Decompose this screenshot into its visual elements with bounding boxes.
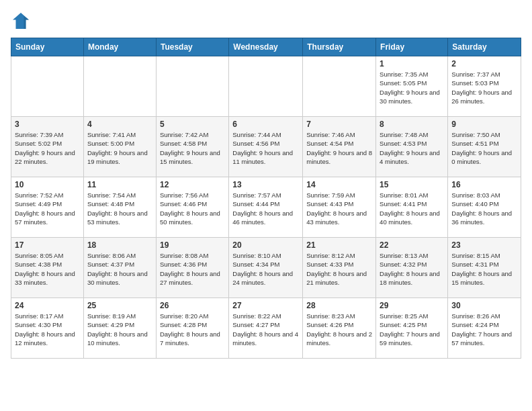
day-number: 25 (87, 301, 152, 310)
day-number: 7 (306, 120, 372, 129)
day-info: Sunrise: 8:19 AM Sunset: 4:29 PM Dayligh… (87, 312, 152, 347)
day-info: Sunrise: 8:25 AM Sunset: 4:25 PM Dayligh… (380, 312, 444, 347)
day-cell: 6Sunrise: 7:44 AM Sunset: 4:56 PM Daylig… (229, 117, 303, 177)
day-cell: 8Sunrise: 7:48 AM Sunset: 4:53 PM Daylig… (376, 117, 448, 177)
day-info: Sunrise: 8:22 AM Sunset: 4:27 PM Dayligh… (232, 312, 299, 347)
day-cell: 18Sunrise: 8:06 AM Sunset: 4:37 PM Dayli… (83, 238, 156, 298)
day-cell: 11Sunrise: 7:54 AM Sunset: 4:48 PM Dayli… (83, 177, 156, 238)
day-number: 11 (87, 180, 152, 189)
day-number: 15 (380, 180, 444, 189)
day-cell: 21Sunrise: 8:12 AM Sunset: 4:33 PM Dayli… (303, 238, 376, 298)
calendar-header-row: SundayMondayTuesdayWednesdayThursdayFrid… (11, 38, 521, 56)
day-info: Sunrise: 8:08 AM Sunset: 4:36 PM Dayligh… (160, 251, 225, 287)
day-info: Sunrise: 7:48 AM Sunset: 4:53 PM Dayligh… (380, 130, 444, 166)
day-cell (303, 56, 376, 117)
day-info: Sunrise: 8:20 AM Sunset: 4:28 PM Dayligh… (160, 312, 225, 347)
day-cell: 22Sunrise: 8:13 AM Sunset: 4:32 PM Dayli… (376, 238, 448, 298)
day-number: 1 (380, 59, 444, 68)
day-info: Sunrise: 8:01 AM Sunset: 4:41 PM Dayligh… (380, 191, 444, 226)
col-header-monday: Monday (83, 38, 156, 56)
day-number: 26 (160, 301, 225, 310)
day-info: Sunrise: 7:44 AM Sunset: 4:56 PM Dayligh… (232, 130, 299, 166)
day-cell: 30Sunrise: 8:26 AM Sunset: 4:24 PM Dayli… (448, 298, 521, 359)
day-number: 10 (15, 180, 80, 189)
day-info: Sunrise: 7:46 AM Sunset: 4:54 PM Dayligh… (306, 130, 372, 166)
day-number: 19 (160, 240, 225, 250)
week-row-1: 1Sunrise: 7:35 AM Sunset: 5:05 PM Daylig… (11, 56, 521, 117)
day-number: 27 (232, 301, 299, 310)
day-number: 17 (15, 240, 80, 250)
day-number: 24 (15, 301, 80, 310)
day-number: 9 (451, 120, 517, 129)
day-cell: 29Sunrise: 8:25 AM Sunset: 4:25 PM Dayli… (376, 298, 448, 359)
day-number: 13 (232, 180, 299, 189)
day-cell (83, 56, 156, 117)
day-info: Sunrise: 7:50 AM Sunset: 4:51 PM Dayligh… (451, 130, 517, 166)
day-info: Sunrise: 7:42 AM Sunset: 4:58 PM Dayligh… (160, 130, 225, 166)
day-number: 8 (380, 120, 444, 129)
day-cell: 16Sunrise: 8:03 AM Sunset: 4:40 PM Dayli… (448, 177, 521, 238)
col-header-sunday: Sunday (11, 38, 84, 56)
day-number: 28 (306, 301, 372, 310)
day-number: 16 (451, 180, 517, 189)
day-info: Sunrise: 7:57 AM Sunset: 4:44 PM Dayligh… (232, 191, 299, 226)
col-header-wednesday: Wednesday (229, 38, 303, 56)
day-info: Sunrise: 8:23 AM Sunset: 4:26 PM Dayligh… (306, 312, 372, 347)
day-cell: 23Sunrise: 8:15 AM Sunset: 4:31 PM Dayli… (448, 238, 521, 298)
day-cell (11, 56, 84, 117)
week-row-2: 3Sunrise: 7:39 AM Sunset: 5:02 PM Daylig… (11, 117, 521, 177)
day-cell: 4Sunrise: 7:41 AM Sunset: 5:00 PM Daylig… (83, 117, 156, 177)
day-cell: 12Sunrise: 7:56 AM Sunset: 4:46 PM Dayli… (156, 177, 228, 238)
col-header-tuesday: Tuesday (156, 38, 228, 56)
day-cell: 5Sunrise: 7:42 AM Sunset: 4:58 PM Daylig… (156, 117, 228, 177)
col-header-friday: Friday (376, 38, 448, 56)
day-cell: 19Sunrise: 8:08 AM Sunset: 4:36 PM Dayli… (156, 238, 228, 298)
svg-marker-0 (13, 13, 29, 29)
day-cell: 13Sunrise: 7:57 AM Sunset: 4:44 PM Dayli… (229, 177, 303, 238)
day-cell: 3Sunrise: 7:39 AM Sunset: 5:02 PM Daylig… (11, 117, 84, 177)
day-info: Sunrise: 8:12 AM Sunset: 4:33 PM Dayligh… (306, 251, 372, 287)
day-number: 14 (306, 180, 372, 189)
week-row-5: 24Sunrise: 8:17 AM Sunset: 4:30 PM Dayli… (11, 298, 521, 359)
day-info: Sunrise: 8:05 AM Sunset: 4:38 PM Dayligh… (15, 251, 80, 287)
day-cell: 1Sunrise: 7:35 AM Sunset: 5:05 PM Daylig… (376, 56, 448, 117)
calendar-table: SundayMondayTuesdayWednesdayThursdayFrid… (11, 38, 521, 359)
day-info: Sunrise: 8:03 AM Sunset: 4:40 PM Dayligh… (451, 191, 517, 226)
day-number: 23 (451, 240, 517, 250)
day-cell: 26Sunrise: 8:20 AM Sunset: 4:28 PM Dayli… (156, 298, 228, 359)
page: SundayMondayTuesdayWednesdayThursdayFrid… (0, 0, 532, 365)
day-info: Sunrise: 8:06 AM Sunset: 4:37 PM Dayligh… (87, 251, 152, 287)
day-cell: 10Sunrise: 7:52 AM Sunset: 4:49 PM Dayli… (11, 177, 84, 238)
day-number: 6 (232, 120, 299, 129)
day-info: Sunrise: 8:17 AM Sunset: 4:30 PM Dayligh… (15, 312, 80, 347)
day-info: Sunrise: 7:59 AM Sunset: 4:43 PM Dayligh… (306, 191, 372, 226)
week-row-3: 10Sunrise: 7:52 AM Sunset: 4:49 PM Dayli… (11, 177, 521, 238)
day-info: Sunrise: 8:15 AM Sunset: 4:31 PM Dayligh… (451, 251, 517, 287)
day-number: 12 (160, 180, 225, 189)
day-number: 2 (451, 59, 517, 68)
day-cell (156, 56, 228, 117)
logo-icon (11, 11, 31, 31)
day-number: 30 (451, 301, 517, 310)
logo (11, 11, 34, 31)
col-header-thursday: Thursday (303, 38, 376, 56)
day-cell: 9Sunrise: 7:50 AM Sunset: 4:51 PM Daylig… (448, 117, 521, 177)
day-info: Sunrise: 8:13 AM Sunset: 4:32 PM Dayligh… (380, 251, 444, 287)
day-number: 3 (15, 120, 80, 129)
day-number: 18 (87, 240, 152, 250)
day-cell: 27Sunrise: 8:22 AM Sunset: 4:27 PM Dayli… (229, 298, 303, 359)
day-number: 5 (160, 120, 225, 129)
day-cell (229, 56, 303, 117)
header (11, 11, 521, 31)
week-row-4: 17Sunrise: 8:05 AM Sunset: 4:38 PM Dayli… (11, 238, 521, 298)
day-cell: 17Sunrise: 8:05 AM Sunset: 4:38 PM Dayli… (11, 238, 84, 298)
day-cell: 25Sunrise: 8:19 AM Sunset: 4:29 PM Dayli… (83, 298, 156, 359)
day-info: Sunrise: 7:35 AM Sunset: 5:05 PM Dayligh… (380, 70, 444, 105)
day-number: 22 (380, 240, 444, 250)
day-cell: 7Sunrise: 7:46 AM Sunset: 4:54 PM Daylig… (303, 117, 376, 177)
day-info: Sunrise: 7:56 AM Sunset: 4:46 PM Dayligh… (160, 191, 225, 226)
day-info: Sunrise: 7:52 AM Sunset: 4:49 PM Dayligh… (15, 191, 80, 226)
day-number: 21 (306, 240, 372, 250)
day-number: 20 (232, 240, 299, 250)
day-info: Sunrise: 7:41 AM Sunset: 5:00 PM Dayligh… (87, 130, 152, 166)
